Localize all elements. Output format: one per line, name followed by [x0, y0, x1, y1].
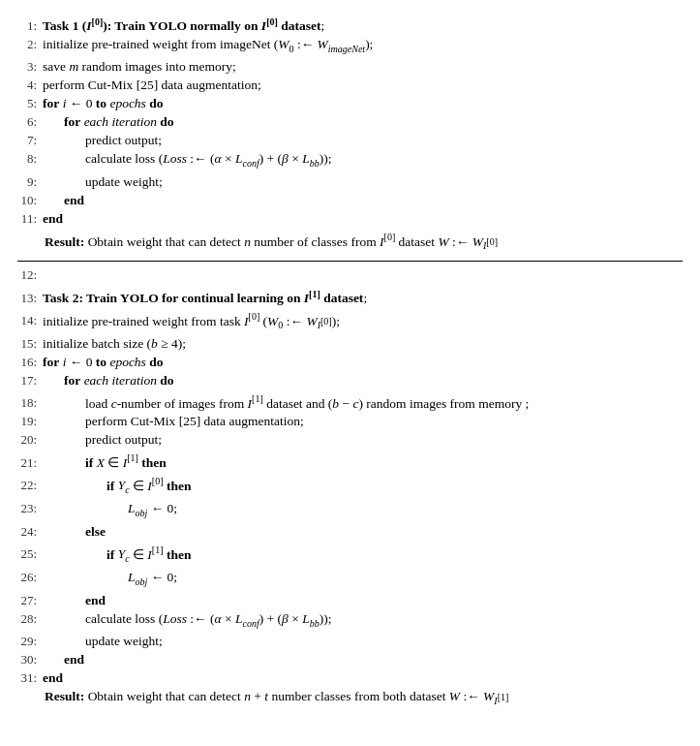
line-content: for each iteration do [43, 112, 683, 131]
algo-line: 5:for i ← 0 to epochs do [17, 94, 683, 112]
algo-line: 19:perform Cut-Mix [25] data augmentatio… [17, 412, 683, 430]
result1-line: Result: Obtain weight that can detect n … [17, 228, 683, 255]
line-content: predict output; [43, 430, 683, 449]
algo-line: 20:predict output; [17, 430, 683, 449]
algo-line: 7:predict output; [17, 131, 683, 149]
line-number: 20: [17, 430, 43, 449]
algo-line: 27:end [17, 591, 683, 609]
algo-line: 21:if X ∈ I[1] then [17, 449, 683, 472]
line-number: 14: [17, 311, 43, 329]
line-content: for each iteration do [43, 371, 683, 389]
line-content: Lobj ← 0; [43, 499, 683, 522]
line-content: initialize pre-trained weight from task … [43, 307, 683, 334]
line-content: end [43, 591, 683, 609]
algo-line: 11:end [17, 209, 683, 228]
line-number: 26: [17, 568, 43, 586]
line-content: else [43, 522, 683, 541]
line-number: 13: [17, 289, 43, 307]
algo-line: 30:end [17, 650, 683, 668]
line-number: 15: [17, 334, 43, 353]
line-content: update weight; [43, 172, 683, 191]
line-content: perform Cut-Mix [25] data augmentation; [43, 76, 683, 94]
task2-lines: 12:13:Task 2: Train YOLO for continual l… [17, 265, 683, 687]
line-content: end [43, 191, 683, 209]
algo-line: 24:else [17, 522, 683, 541]
algo-line: 9:update weight; [17, 172, 683, 191]
line-content: Task 1 (I[0]): Train YOLO normally on I[… [43, 12, 683, 35]
line-content: load c-number of images from I[1] datase… [43, 389, 683, 413]
algo-line: 14:initialize pre-trained weight from ta… [17, 307, 683, 334]
line-number: 24: [17, 522, 43, 541]
line-content: end [43, 650, 683, 668]
line-content: perform Cut-Mix [25] data augmentation; [43, 412, 683, 430]
line-number: 22: [17, 476, 43, 494]
algo-line: 22:if Yc ∈ I[0] then [17, 472, 683, 499]
line-number: 16: [17, 353, 43, 371]
line-number: 7: [17, 131, 43, 149]
line-number: 11: [17, 209, 43, 228]
line-content: end [43, 209, 683, 228]
algo-line: 17:for each iteration do [17, 371, 683, 389]
line-number: 30: [17, 650, 43, 668]
algo-line: 31:end [17, 668, 683, 687]
algo-line: 18:load c-number of images from I[1] dat… [17, 389, 683, 413]
line-number: 4: [17, 76, 43, 94]
line-number: 2: [17, 35, 43, 53]
line-content: end [43, 668, 683, 687]
line-number: 23: [17, 499, 43, 517]
algo-line: 8:calculate loss (Loss :← (α × Lconf) + … [17, 149, 683, 172]
line-number: 17: [17, 371, 43, 389]
line-number: 18: [17, 393, 43, 412]
line-content: initialize pre-trained weight from image… [43, 35, 683, 58]
line-content: calculate loss (Loss :← (α × Lconf) + (β… [43, 149, 683, 172]
line-number: 25: [17, 544, 43, 563]
line-number: 27: [17, 591, 43, 609]
line-number: 19: [17, 412, 43, 430]
algorithm-container: 1:Task 1 (I[0]): Train YOLO normally on … [17, 12, 683, 710]
line-number: 12: [17, 265, 43, 284]
line-content: initialize batch size (b ≥ 4); [43, 334, 683, 353]
result1-text: Result: Obtain weight that can detect n … [45, 228, 498, 255]
line-content: update weight; [43, 632, 683, 650]
line-number: 10: [17, 191, 43, 209]
line-content: Lobj ← 0; [43, 568, 683, 591]
section-divider [17, 261, 683, 262]
algo-line: 13:Task 2: Train YOLO for continual lear… [17, 284, 683, 307]
algo-line: 16:for i ← 0 to epochs do [17, 353, 683, 371]
algo-line: 2:initialize pre-trained weight from ima… [17, 35, 683, 58]
algo-line: 29:update weight; [17, 632, 683, 650]
line-content: save m random images into memory; [43, 57, 683, 76]
line-number: 9: [17, 172, 43, 191]
line-number: 21: [17, 453, 43, 472]
line-content: for i ← 0 to epochs do [43, 353, 683, 371]
algo-line: 28:calculate loss (Loss :← (α × Lconf) +… [17, 609, 683, 633]
algo-line: 3:save m random images into memory; [17, 57, 683, 76]
line-content: for i ← 0 to epochs do [43, 94, 683, 112]
line-content: if Yc ∈ I[1] then [43, 541, 683, 568]
line-number: 28: [17, 609, 43, 628]
line-number: 3: [17, 57, 43, 76]
line-content: calculate loss (Loss :← (α × Lconf) + (β… [43, 609, 683, 633]
algo-line: 26:Lobj ← 0; [17, 568, 683, 591]
algo-line: 4:perform Cut-Mix [25] data augmentation… [17, 76, 683, 94]
result2-line: Result: Obtain weight that can detect n … [17, 687, 683, 710]
algo-line: 10:end [17, 191, 683, 209]
line-content: if X ∈ I[1] then [43, 449, 683, 472]
algo-line: 25:if Yc ∈ I[1] then [17, 541, 683, 568]
line-number: 31: [17, 668, 43, 687]
line-number: 1: [17, 16, 43, 35]
line-number: 6: [17, 112, 43, 131]
line-content: if Yc ∈ I[0] then [43, 472, 683, 499]
line-number: 5: [17, 94, 43, 112]
result2-text: Result: Obtain weight that can detect n … [45, 687, 508, 710]
algo-line: 15:initialize batch size (b ≥ 4); [17, 334, 683, 353]
line-content: predict output; [43, 131, 683, 149]
line-number: 8: [17, 149, 43, 168]
line-content: Task 2: Train YOLO for continual learnin… [43, 284, 683, 307]
algo-line: 1:Task 1 (I[0]): Train YOLO normally on … [17, 12, 683, 35]
algo-line: 6:for each iteration do [17, 112, 683, 131]
line-number: 29: [17, 632, 43, 650]
algo-line: 12: [17, 265, 683, 284]
algo-line: 23:Lobj ← 0; [17, 499, 683, 522]
task1-lines: 1:Task 1 (I[0]): Train YOLO normally on … [17, 12, 683, 228]
